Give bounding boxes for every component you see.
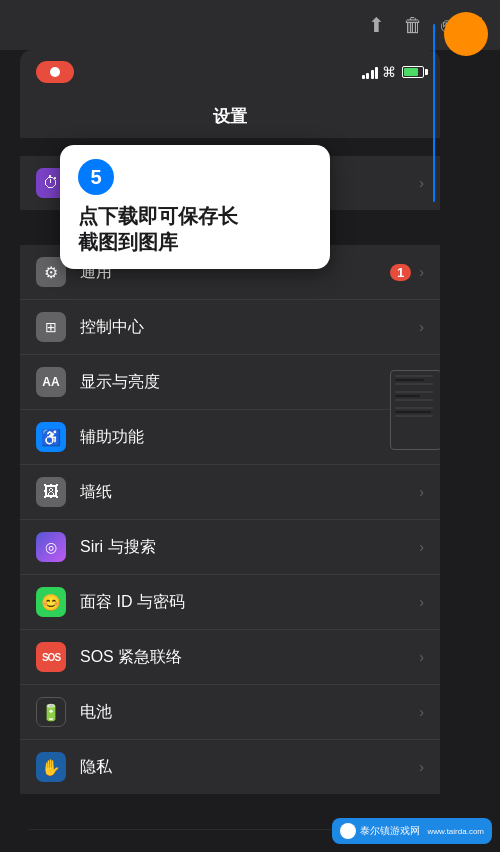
orange-circle-button[interactable]: [444, 12, 488, 56]
chevron-icon: ›: [419, 539, 424, 555]
list-item[interactable]: ◎ Siri 与搜索 ›: [20, 520, 440, 575]
wallpaper-label: 墙纸: [80, 482, 419, 503]
accessibility-label: 辅助功能: [80, 427, 419, 448]
wallpaper-icon: 🖼: [36, 477, 66, 507]
privacy-icon-glyph: ✋: [41, 758, 61, 777]
display-label: 显示与亮度: [80, 372, 419, 393]
general-badge: 1: [390, 264, 411, 281]
face-id-icon-glyph: 😊: [41, 593, 61, 612]
status-bar: ⌘: [20, 50, 440, 94]
siri-icon-glyph: ◎: [45, 539, 57, 555]
watermark-url: www.tairda.com: [428, 827, 484, 836]
chevron-icon: ›: [419, 594, 424, 610]
chevron-icon: ›: [419, 319, 424, 335]
signal-bar-4: [375, 67, 378, 79]
thumbnail-preview[interactable]: [390, 370, 440, 450]
chevron-icon: ›: [419, 759, 424, 775]
siri-label: Siri 与搜索: [80, 537, 419, 558]
privacy-icon: ✋: [36, 752, 66, 782]
list-item[interactable]: 🖼 墙纸 ›: [20, 465, 440, 520]
page-title-text: 设置: [213, 105, 247, 128]
connector-line: [433, 24, 435, 202]
general-icon-glyph: ⚙: [44, 263, 58, 282]
list-item[interactable]: 😊 面容 ID 与密码 ›: [20, 575, 440, 630]
chevron-icon: ›: [419, 175, 424, 191]
signal-bars-icon: [362, 65, 379, 79]
settings-group-general: ⚙ 通用 1 › ⊞ 控制中心 › AA 显示与亮度 ›: [20, 245, 440, 794]
recording-dot-inner: [50, 67, 60, 77]
signal-bar-2: [366, 73, 369, 79]
battery-label: 电池: [80, 702, 419, 723]
accessibility-icon-glyph: ♿: [41, 428, 61, 447]
page-title: 设置: [20, 94, 440, 138]
display-icon: AA: [36, 367, 66, 397]
chevron-icon: ›: [419, 264, 424, 280]
wifi-icon: ⌘: [382, 64, 396, 80]
privacy-label: 隐私: [80, 757, 419, 778]
list-item[interactable]: ⊞ 控制中心 ›: [20, 300, 440, 355]
watermark: 泰尔镇游戏网 www.tairda.com: [332, 818, 492, 844]
signal-bar-3: [371, 70, 374, 79]
chevron-icon: ›: [419, 704, 424, 720]
accessibility-icon: ♿: [36, 422, 66, 452]
battery-setting-icon-glyph: 🔋: [41, 703, 61, 722]
status-icons: ⌘: [362, 64, 425, 80]
battery-fill: [404, 68, 418, 76]
list-item[interactable]: SOS SOS 紧急联络 ›: [20, 630, 440, 685]
callout-tooltip: 5 点下载即可保存长截图到图库: [60, 145, 330, 269]
screen-time-icon-glyph: ⏱: [43, 174, 59, 192]
signal-bar-1: [362, 75, 365, 79]
face-id-label: 面容 ID 与密码: [80, 592, 419, 613]
watermark-icon: [340, 823, 356, 839]
sos-icon: SOS: [36, 642, 66, 672]
top-toolbar: ⬆ 🗑 ⎋ ⬇: [0, 0, 500, 50]
share-icon[interactable]: ⬆: [368, 13, 385, 37]
list-item[interactable]: 🔋 电池 ›: [20, 685, 440, 740]
watermark-site-name: 泰尔镇游戏网: [360, 824, 420, 838]
recording-indicator: [36, 61, 74, 83]
battery-setting-icon: 🔋: [36, 697, 66, 727]
battery-icon: [402, 66, 424, 78]
thumbnail-content: [391, 371, 440, 427]
siri-icon: ◎: [36, 532, 66, 562]
callout-number: 5: [78, 159, 114, 195]
list-item[interactable]: ✋ 隐私 ›: [20, 740, 440, 794]
chevron-icon: ›: [419, 649, 424, 665]
face-id-icon: 😊: [36, 587, 66, 617]
sos-label: SOS 紧急联络: [80, 647, 419, 668]
control-center-icon: ⊞: [36, 312, 66, 342]
list-item[interactable]: ♿ 辅助功能 ›: [20, 410, 440, 465]
trash-icon[interactable]: 🗑: [403, 14, 423, 37]
chevron-icon: ›: [419, 484, 424, 500]
list-item[interactable]: AA 显示与亮度 ›: [20, 355, 440, 410]
wallpaper-icon-glyph: 🖼: [43, 483, 59, 501]
control-center-icon-glyph: ⊞: [45, 319, 57, 335]
control-center-label: 控制中心: [80, 317, 419, 338]
callout-text: 点下载即可保存长截图到图库: [78, 203, 312, 255]
